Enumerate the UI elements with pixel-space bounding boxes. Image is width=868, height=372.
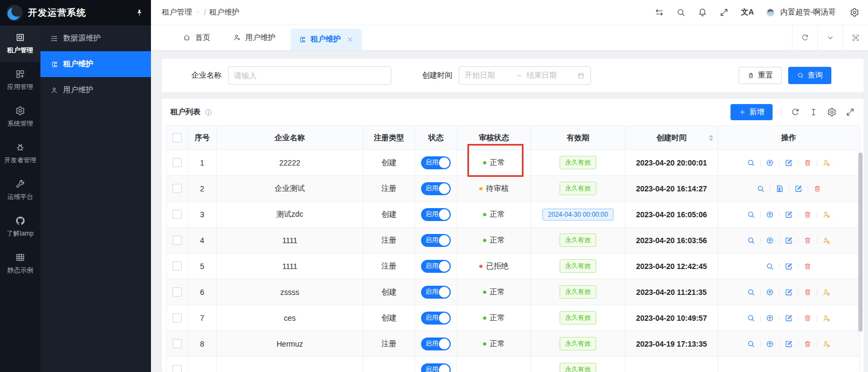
upload-icon[interactable] [766, 288, 774, 297]
fullscreen-icon[interactable] [719, 8, 729, 17]
row-density-icon[interactable] [809, 107, 818, 117]
status-toggle[interactable]: 启用 [421, 208, 451, 221]
edit-icon[interactable] [784, 340, 793, 348]
status-cell: 启用 [415, 331, 457, 357]
panel-item-0[interactable]: 数据源维护 [40, 25, 151, 51]
grant-icon[interactable] [822, 288, 831, 297]
delete-icon[interactable] [803, 288, 812, 297]
view-icon[interactable] [747, 340, 755, 348]
notifications-icon[interactable] [698, 8, 707, 17]
query-button[interactable]: 查询 [788, 67, 831, 84]
grant-icon[interactable] [822, 159, 831, 167]
edit-icon[interactable] [784, 314, 793, 322]
upload-icon[interactable] [766, 314, 774, 322]
row-checkbox[interactable] [173, 365, 182, 372]
row-checkbox[interactable] [173, 287, 182, 297]
status-toggle[interactable]: 启用 [421, 182, 451, 195]
rail-item-3[interactable]: 开发者管理 [0, 135, 40, 172]
view-icon[interactable] [747, 210, 755, 219]
delete-icon[interactable] [813, 184, 822, 193]
status-toggle[interactable]: 启用 [421, 260, 451, 273]
company-name-input[interactable] [228, 66, 391, 85]
tabs-maximize-button[interactable] [843, 25, 868, 50]
upload-icon[interactable] [766, 210, 774, 219]
edit-icon[interactable] [784, 159, 793, 167]
delete-icon[interactable] [803, 236, 812, 245]
close-icon[interactable] [346, 36, 354, 44]
info-icon[interactable] [204, 108, 212, 116]
table-title-text: 租户列表 [170, 107, 201, 117]
edit-icon[interactable] [784, 262, 793, 271]
tab-0[interactable]: 首页 [175, 25, 218, 50]
settings-gear-icon[interactable] [850, 8, 859, 17]
tab-2[interactable]: 租户维护 [291, 29, 362, 50]
upload-icon[interactable] [766, 236, 774, 245]
rail-item-5[interactable]: 了解lamp [0, 209, 40, 245]
status-toggle[interactable]: 启用 [421, 363, 451, 372]
sort-caret[interactable] [709, 135, 713, 141]
search-icon[interactable] [676, 8, 686, 17]
edit-icon[interactable] [784, 288, 793, 297]
audit-icon[interactable] [775, 184, 784, 193]
delete-icon[interactable] [803, 314, 812, 322]
status-toggle[interactable]: 启用 [421, 312, 451, 325]
view-icon[interactable] [747, 159, 755, 167]
status-toggle[interactable]: 启用 [421, 286, 451, 299]
view-icon[interactable] [756, 184, 765, 193]
view-icon[interactable] [747, 236, 755, 245]
grant-icon[interactable] [822, 340, 831, 348]
row-checkbox[interactable] [173, 158, 182, 167]
chevron-down-icon[interactable] [195, 10, 201, 15]
edit-icon[interactable] [784, 210, 793, 219]
table-refresh-icon[interactable] [790, 107, 800, 117]
grant-icon[interactable] [822, 314, 831, 322]
status-toggle[interactable]: 启用 [421, 234, 451, 247]
table-scrollbar[interactable] [858, 153, 863, 332]
toggle-label: 启用 [425, 287, 438, 297]
tabs-refresh-button[interactable] [792, 25, 817, 50]
view-icon[interactable] [766, 262, 774, 271]
row-checkbox[interactable] [173, 210, 182, 219]
translate-icon[interactable]: 文A [741, 8, 754, 17]
panel-item-2[interactable]: 用户维护 [40, 77, 151, 103]
status-toggle[interactable]: 启用 [421, 337, 451, 350]
rail-item-6[interactable]: 静态示例 [0, 245, 40, 282]
validity-cell: 永久有效 [531, 176, 625, 202]
panel-item-1[interactable]: 租户维护 [40, 51, 151, 77]
upload-icon[interactable] [766, 159, 774, 167]
delete-icon[interactable] [803, 159, 812, 167]
delete-icon[interactable] [803, 210, 812, 219]
view-icon[interactable] [747, 314, 755, 322]
date-range-picker[interactable]: 开始日期 结束日期 [459, 66, 591, 85]
row-checkbox[interactable] [173, 339, 182, 348]
row-checkbox[interactable] [173, 313, 182, 322]
tab-1[interactable]: 用户维护 [225, 25, 283, 50]
row-checkbox[interactable] [173, 261, 182, 271]
edit-icon[interactable] [794, 184, 803, 193]
breadcrumb-section[interactable]: 租户管理 [162, 8, 192, 17]
swap-routes-icon[interactable] [655, 8, 664, 17]
grant-icon[interactable] [822, 236, 831, 245]
rail-item-4[interactable]: 运维平台 [0, 172, 40, 209]
tabs-dropdown-button[interactable] [817, 25, 843, 50]
rail-item-1[interactable]: 应用管理 [0, 62, 40, 99]
reset-button[interactable]: 重置 [739, 67, 782, 84]
delete-icon[interactable] [803, 340, 812, 348]
grant-icon[interactable] [822, 210, 831, 219]
select-all-checkbox[interactable] [173, 133, 182, 142]
row-checkbox[interactable] [173, 236, 182, 245]
edit-icon[interactable] [784, 236, 793, 245]
add-button[interactable]: 新增 [731, 104, 773, 120]
status-toggle[interactable]: 启用 [421, 156, 451, 169]
column-settings-icon[interactable] [827, 107, 837, 117]
reg-type-cell: 创建 [363, 150, 415, 176]
table-fullscreen-icon[interactable] [845, 107, 855, 117]
view-icon[interactable] [747, 288, 755, 297]
user-menu[interactable]: 内置超管-啊汤哥 [766, 8, 836, 17]
pin-icon[interactable] [135, 9, 143, 17]
upload-icon[interactable] [766, 340, 774, 348]
delete-icon[interactable] [803, 262, 812, 271]
rail-item-2[interactable]: 系统管理 [0, 99, 40, 135]
row-checkbox[interactable] [173, 184, 182, 193]
rail-item-0[interactable]: 租户管理 [0, 25, 40, 62]
